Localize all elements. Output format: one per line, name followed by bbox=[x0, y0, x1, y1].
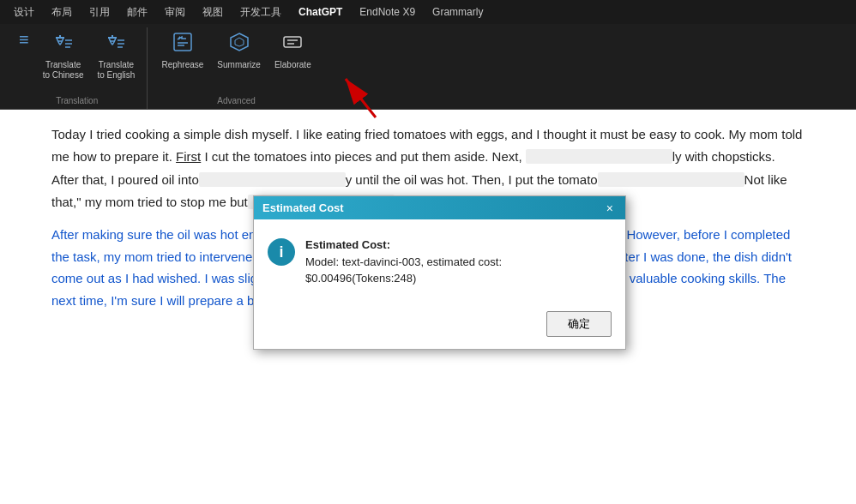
ribbon-btn-translate-chinese[interactable]: Translateto Chinese bbox=[38, 27, 89, 84]
svg-rect-3 bbox=[284, 37, 301, 47]
modal-backdrop: Estimated Cost × i Estimated Cost: Model… bbox=[0, 110, 856, 504]
menu-bar: 设计 布局 引用 邮件 审阅 视图 开发工具 ChatGPT EndNote X… bbox=[0, 0, 856, 24]
modal-titlebar: Estimated Cost × bbox=[254, 196, 625, 219]
advanced-group-label: Advanced bbox=[156, 94, 316, 109]
menu-item-view[interactable]: 视图 bbox=[196, 2, 230, 23]
menu-item-layout[interactable]: 布局 bbox=[45, 2, 79, 23]
menu-item-reference[interactable]: 引用 bbox=[82, 2, 117, 23]
translation-group-label: Translation bbox=[14, 94, 140, 109]
menu-item-devtools[interactable]: 开发工具 bbox=[233, 2, 288, 23]
ribbon: ≡ Translateto Chinese bbox=[0, 24, 856, 110]
rephrease-icon bbox=[172, 31, 194, 57]
summarize-icon bbox=[228, 31, 250, 57]
ribbon-btn-rephrease[interactable]: Rephrease bbox=[156, 27, 208, 74]
modal-cost-detail: Model: text-davinci-003, estimated cost:… bbox=[305, 255, 502, 285]
translate-english-icon bbox=[105, 31, 127, 57]
menu-item-grammarly[interactable]: Grammarly bbox=[425, 3, 490, 21]
modal-footer: 确定 bbox=[254, 304, 625, 349]
modal-info-icon: i bbox=[268, 238, 295, 266]
menu-item-chatgpt[interactable]: ChatGPT bbox=[292, 3, 349, 21]
ribbon-btn-translate-english[interactable]: Translateto English bbox=[92, 27, 140, 84]
elaborate-icon bbox=[281, 31, 304, 57]
modal-cost-label: Estimated Cost: bbox=[305, 238, 390, 251]
svg-marker-2 bbox=[235, 38, 244, 46]
modal-body: i Estimated Cost: Model: text-davinci-00… bbox=[254, 219, 625, 304]
menu-item-mail[interactable]: 邮件 bbox=[120, 2, 154, 23]
menu-item-design[interactable]: 设计 bbox=[7, 2, 41, 23]
modal-content-text: Estimated Cost: Model: text-davinci-003,… bbox=[305, 237, 612, 287]
ribbon-btn-cutoff[interactable]: ≡ bbox=[14, 27, 34, 55]
menu-item-endnote[interactable]: EndNote X9 bbox=[353, 3, 422, 21]
svg-marker-1 bbox=[231, 33, 248, 51]
modal-ok-button[interactable]: 确定 bbox=[546, 311, 612, 337]
ribbon-group-advanced: Rephrease Summarize bbox=[149, 27, 323, 109]
ribbon-btn-elaborate[interactable]: Elaborate bbox=[269, 27, 316, 74]
modal-title: Estimated Cost bbox=[262, 201, 344, 214]
estimated-cost-modal: Estimated Cost × i Estimated Cost: Model… bbox=[253, 195, 626, 350]
translate-chinese-label: Translateto Chinese bbox=[43, 60, 84, 81]
translate-english-label: Translateto English bbox=[97, 60, 135, 81]
modal-close-button[interactable]: × bbox=[603, 202, 617, 214]
elaborate-label: Elaborate bbox=[274, 60, 311, 70]
cutoff-icon: ≡ bbox=[19, 31, 29, 48]
svg-rect-0 bbox=[174, 33, 191, 51]
menu-item-review[interactable]: 审阅 bbox=[158, 2, 192, 23]
ribbon-btn-summarize[interactable]: Summarize bbox=[212, 27, 266, 74]
ribbon-group-translation: ≡ Translateto Chinese bbox=[7, 27, 148, 109]
rephrease-label: Rephrease bbox=[161, 60, 203, 70]
translate-chinese-icon bbox=[52, 31, 75, 57]
summarize-label: Summarize bbox=[217, 60, 261, 70]
